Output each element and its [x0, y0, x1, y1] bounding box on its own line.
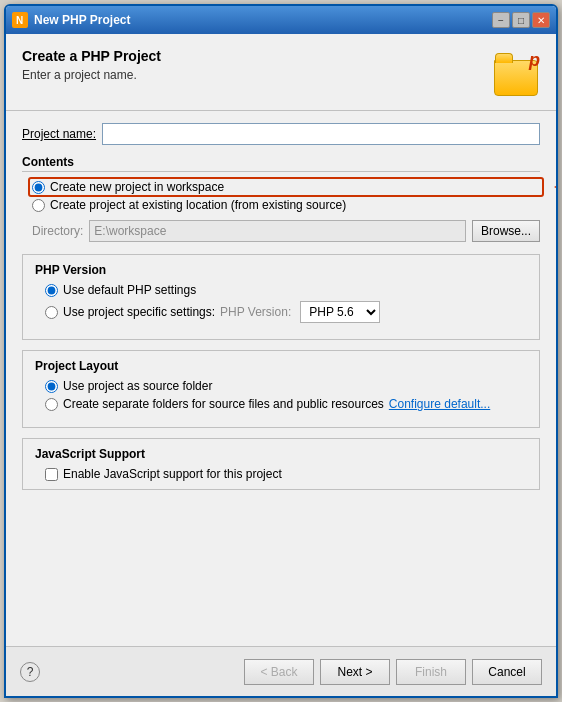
directory-label: Directory:: [32, 224, 83, 238]
contents-option2-label: Create project at existing location (fro…: [50, 198, 346, 212]
contents-section: Contents Create new project in workspace: [22, 155, 540, 220]
main-window: N New PHP Project − □ ✕ Create a PHP Pro…: [4, 4, 558, 698]
layout-separate-item: Create separate folders for source files…: [45, 397, 527, 411]
layout-source-radio[interactable]: [45, 380, 58, 393]
header-icon: p: [492, 48, 540, 96]
contents-section-label: Contents: [22, 155, 540, 172]
project-layout-label: Project Layout: [35, 359, 527, 373]
project-layout-radio-group: Use project as source folder Create sepa…: [35, 379, 527, 411]
project-layout-section: Project Layout Use project as source fol…: [22, 350, 540, 428]
window-title: New PHP Project: [34, 13, 130, 27]
layout-separate-label: Create separate folders for source files…: [63, 397, 384, 411]
php-specific-item: Use project specific settings: PHP Versi…: [45, 301, 527, 323]
php-version-section-label: PHP Version: [35, 263, 527, 277]
js-checkbox[interactable]: [45, 468, 58, 481]
project-name-row: Project name:: [22, 123, 540, 145]
cancel-button[interactable]: Cancel: [472, 659, 542, 685]
js-checkbox-label: Enable JavaScript support for this proje…: [63, 467, 282, 481]
back-button[interactable]: < Back: [244, 659, 314, 685]
close-button[interactable]: ✕: [532, 12, 550, 28]
js-support-section: JavaScript Support Enable JavaScript sup…: [22, 438, 540, 490]
dialog-footer: ? < Back Next > Finish Cancel: [6, 646, 556, 696]
configure-default-link[interactable]: Configure default...: [389, 397, 490, 411]
php-default-label: Use default PHP settings: [63, 283, 196, 297]
contents-option2-radio[interactable]: [32, 199, 45, 212]
js-checkbox-item: Enable JavaScript support for this proje…: [35, 467, 527, 481]
php-default-radio[interactable]: [45, 284, 58, 297]
directory-input: [89, 220, 466, 242]
help-button[interactable]: ?: [20, 662, 40, 682]
php-version-radio-group: Use default PHP settings Use project spe…: [35, 283, 527, 323]
directory-row: Directory: Browse...: [22, 220, 540, 242]
finish-button[interactable]: Finish: [396, 659, 466, 685]
php-version-section: PHP Version Use default PHP settings Use…: [22, 254, 540, 340]
page-subheading: Enter a project name.: [22, 68, 161, 82]
php-specific-label: Use project specific settings:: [63, 305, 215, 319]
php-version-label: PHP Version:: [220, 305, 291, 319]
maximize-button[interactable]: □: [512, 12, 530, 28]
php-default-item: Use default PHP settings: [45, 283, 527, 297]
contents-option1-radio[interactable]: [32, 181, 45, 194]
page-heading: Create a PHP Project: [22, 48, 161, 64]
content-area: Create a PHP Project Enter a project nam…: [6, 34, 556, 646]
browse-button[interactable]: Browse...: [472, 220, 540, 242]
project-name-input[interactable]: [102, 123, 540, 145]
next-button[interactable]: Next >: [320, 659, 390, 685]
php-version-select[interactable]: PHP 5.6 PHP 7.0 PHP 7.4 PHP 8.0: [300, 301, 380, 323]
project-name-label: Project name:: [22, 127, 96, 141]
header-divider: [6, 110, 556, 111]
layout-source-item: Use project as source folder: [45, 379, 527, 393]
js-support-label: JavaScript Support: [35, 447, 527, 461]
contents-option1-label: Create new project in workspace: [50, 180, 224, 194]
header-section: Create a PHP Project Enter a project nam…: [22, 48, 540, 96]
contents-option1-item: Create new project in workspace: [32, 180, 540, 194]
window-icon: N: [12, 12, 28, 28]
layout-separate-radio[interactable]: [45, 398, 58, 411]
minimize-button[interactable]: −: [492, 12, 510, 28]
svg-text:N: N: [16, 15, 23, 26]
contents-option2-item: Create project at existing location (fro…: [32, 198, 540, 212]
layout-source-label: Use project as source folder: [63, 379, 212, 393]
arrow-annotation: [550, 175, 556, 199]
php-specific-radio[interactable]: [45, 306, 58, 319]
contents-radio-group: Create new project in workspace Create p…: [22, 180, 540, 212]
php-letter-icon: p: [529, 50, 540, 71]
title-bar: N New PHP Project − □ ✕: [6, 6, 556, 34]
